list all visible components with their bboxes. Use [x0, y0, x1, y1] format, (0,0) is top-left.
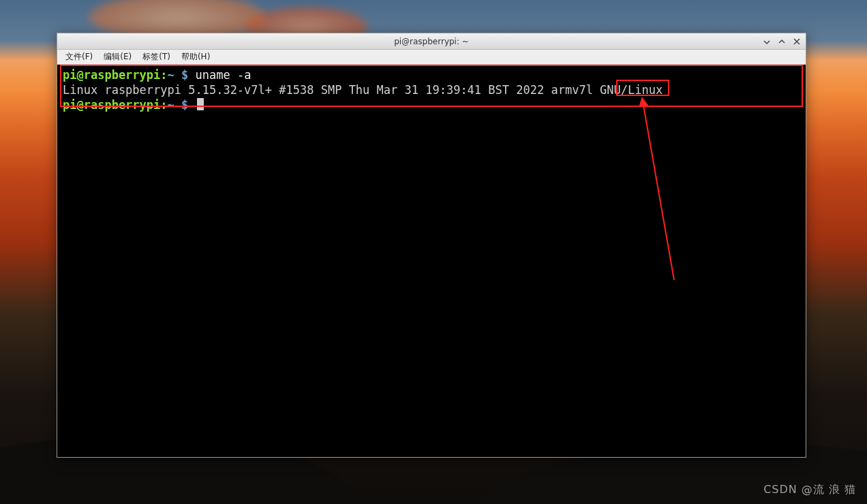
cursor-block-icon [197, 98, 204, 110]
terminal-window: pi@raspberrypi: ~ 文件(F) 编辑(E) 标签(T) 帮助(H… [57, 33, 806, 458]
watermark: CSDN @流 浪 猫 [763, 483, 856, 497]
prompt-path: ~ [168, 98, 174, 112]
menu-edit[interactable]: 编辑(E) [100, 50, 136, 64]
minimize-button[interactable] [762, 37, 772, 46]
window-title: pi@raspberrypi: ~ [57, 37, 806, 46]
titlebar[interactable]: pi@raspberrypi: ~ [57, 33, 806, 50]
output-pre: Linux raspberrypi 5.15.32-v7l+ #1538 SMP… [63, 83, 551, 97]
desktop-background: pi@raspberrypi: ~ 文件(F) 编辑(E) 标签(T) 帮助(H… [0, 0, 867, 504]
output-post: GNU/Linux [593, 83, 663, 97]
prompt-user: pi@raspberrypi [63, 98, 160, 112]
output-line: Linux raspberrypi 5.15.32-v7l+ #1538 SMP… [63, 83, 663, 97]
prompt-path: ~ [168, 68, 174, 82]
prompt-sep: : [160, 98, 167, 112]
output-arch: armv7l [551, 83, 592, 97]
terminal-scroll-area[interactable]: pi@raspberrypi:~ $ uname -a Linux raspbe… [57, 65, 806, 457]
maximize-button[interactable] [777, 37, 787, 46]
prompt-user: pi@raspberrypi [63, 68, 160, 82]
menu-tabs[interactable]: 标签(T) [138, 50, 174, 64]
menubar: 文件(F) 编辑(E) 标签(T) 帮助(H) [57, 50, 806, 65]
menu-help[interactable]: 帮助(H) [177, 50, 214, 64]
close-button[interactable] [792, 37, 802, 46]
prompt-dollar: $ [174, 68, 196, 82]
prompt-dollar: $ [174, 98, 196, 112]
menu-file[interactable]: 文件(F) [61, 50, 97, 64]
command-text: uname -a [196, 68, 252, 82]
prompt-sep: : [160, 68, 167, 82]
terminal[interactable]: pi@raspberrypi:~ $ uname -a Linux raspbe… [57, 65, 806, 457]
